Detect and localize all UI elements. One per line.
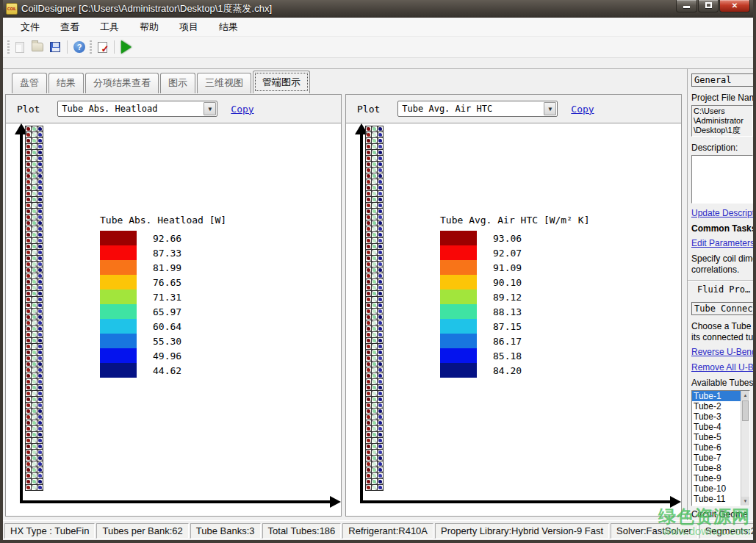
run-button[interactable] [118, 38, 135, 56]
list-scrollbar[interactable]: ▲ ▼ [741, 391, 749, 506]
tube-end-dot [372, 251, 376, 254]
tube-end-dot [372, 280, 376, 284]
validate-button[interactable] [93, 38, 111, 56]
tube-end-dot [372, 168, 376, 172]
tube-end-dot [367, 180, 370, 184]
remove-all-ubends-link[interactable]: Remove All U-Bends [691, 362, 753, 373]
update-description-link[interactable]: Update Description [691, 208, 753, 218]
legend-color-swatch [100, 245, 137, 260]
tube-end-dot [26, 215, 30, 219]
tab-0[interactable]: 盘管 [12, 73, 47, 93]
tube-list-item-7[interactable]: Tube-7 [692, 453, 741, 463]
tube-end-dot [372, 327, 376, 331]
close-icon: ✕ [732, 1, 738, 10]
tube-end-dot [378, 480, 382, 483]
help-button[interactable]: ? [71, 38, 88, 56]
tube-list-item-11[interactable]: Tube-11 [692, 494, 741, 504]
tube-end-dot [372, 386, 376, 389]
menu-item-1[interactable]: 查看 [53, 18, 87, 36]
maximize-button[interactable] [698, 0, 719, 12]
tube-end-dot [372, 209, 376, 213]
tube-end-dot [38, 192, 42, 195]
menu-item-2[interactable]: 工具 [93, 18, 126, 36]
tube-end-dot [32, 139, 36, 143]
tube-list-item-3[interactable]: Tube-3 [692, 411, 741, 422]
legend-color-swatch [440, 245, 477, 260]
tube-end-dot [372, 439, 376, 442]
fluid-properties-section[interactable]: Fluid Pro… [691, 284, 753, 295]
tube-end-dot [26, 339, 30, 342]
tube-end-dot [26, 162, 30, 166]
tube-end-dot [378, 368, 382, 372]
tube-list-item-1[interactable]: Tube-1 [692, 391, 741, 401]
tube-end-dot [367, 380, 370, 384]
scroll-down-icon[interactable]: ▼ [741, 497, 749, 506]
plot-select[interactable]: Tube Avg. Air HTC ▼ [397, 101, 558, 117]
tube-end-dot [32, 151, 36, 154]
tube-end-dot [372, 315, 376, 319]
tube-list-item-10[interactable]: Tube-10 [692, 483, 741, 494]
tube-list-item-8[interactable]: Tube-8 [692, 463, 741, 473]
tube-end-dot [372, 198, 376, 201]
tab-5[interactable]: 管端图示 [253, 71, 310, 93]
tube-end-dot [26, 192, 30, 195]
tube-end-dot [372, 157, 376, 160]
legend-entry: 88.13 [440, 304, 590, 319]
copy-link[interactable]: Copy [571, 104, 594, 115]
menu-item-0[interactable]: 文件 [13, 18, 47, 36]
close-button[interactable]: ✕ [719, 0, 750, 12]
tube-list-item-5[interactable]: Tube-5 [692, 432, 741, 442]
new-document-button[interactable] [11, 38, 29, 56]
scrollbar-thumb[interactable] [742, 400, 749, 421]
tube-end-dot [38, 286, 42, 290]
status-bar: HX Type : TubeFinTubes per Bank:62Tube B… [3, 520, 753, 540]
tube-end-dot [32, 409, 36, 413]
tube-end-dot [38, 127, 42, 131]
tube-end-dot [367, 321, 370, 325]
tube-end-dot [378, 157, 382, 160]
tube-end-dot [38, 480, 42, 483]
save-button[interactable] [46, 38, 64, 56]
legend-entry: 44.62 [100, 363, 226, 378]
menu-item-4[interactable]: 项目 [172, 18, 206, 36]
tube-end-dot [26, 292, 30, 295]
plot-select[interactable]: Tube Abs. Heatload ▼ [57, 101, 217, 117]
legend-entry: 90.10 [440, 275, 590, 290]
tab-3[interactable]: 图示 [160, 73, 195, 93]
tab-4[interactable]: 三维视图 [197, 73, 251, 93]
tube-list-item-9[interactable]: Tube-9 [692, 473, 741, 483]
tube-list-item-2[interactable]: Tube-2 [692, 401, 741, 411]
tube-end-dot [38, 439, 42, 442]
reverse-ubends-link[interactable]: Reverse U-Bends [691, 347, 753, 357]
tube-end-dot [378, 327, 382, 331]
menu-item-3[interactable]: 帮助 [132, 18, 166, 36]
minimize-button[interactable] [676, 0, 697, 12]
toolbar: ? [3, 37, 753, 58]
description-field[interactable] [691, 155, 753, 204]
scroll-up-icon[interactable]: ▲ [741, 391, 749, 400]
tube-end-dot [26, 204, 30, 207]
chevron-down-icon[interactable]: ▼ [204, 102, 216, 115]
tab-2[interactable]: 分项结果查看 [85, 73, 159, 93]
x-axis [20, 500, 332, 503]
chevron-down-icon[interactable]: ▼ [544, 102, 556, 115]
tab-1[interactable]: 结果 [48, 73, 84, 93]
tube-end-dot [378, 233, 382, 237]
tube-end-dot [38, 339, 42, 342]
edit-parameters-link[interactable]: Edit Parameters [691, 238, 753, 248]
tube-end-dot [367, 303, 370, 307]
open-file-button[interactable] [29, 38, 46, 56]
menu-item-5[interactable]: 结果 [212, 18, 245, 36]
tube-end-dot [26, 221, 30, 225]
available-tubes-list[interactable]: Tube-1Tube-2Tube-3Tube-4Tube-5Tube-6Tube… [691, 390, 750, 506]
tube-end-dot [372, 186, 376, 190]
tube-list-item-4[interactable]: Tube-4 [692, 422, 741, 432]
help-icon: ? [73, 41, 85, 53]
tube-end-dot [372, 339, 376, 342]
tube-list-item-6[interactable]: Tube-6 [692, 442, 741, 453]
legend-color-swatch [100, 348, 137, 363]
toolbar-separator [114, 40, 115, 54]
copy-link[interactable]: Copy [231, 104, 253, 115]
tube-end-dot [38, 321, 42, 325]
plot-legend: Tube Abs. Heatload [W] 92.6687.3381.9976… [100, 215, 226, 378]
